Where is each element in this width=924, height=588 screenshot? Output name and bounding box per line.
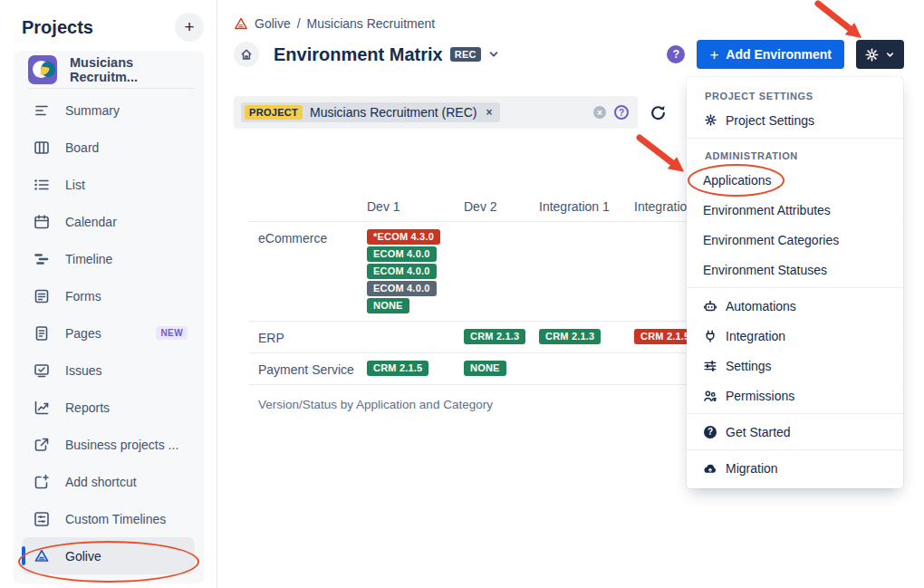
sidebar-item-list[interactable]: List [14,166,204,203]
dashboard-switcher-chevron[interactable] [486,47,501,62]
version-badge[interactable]: CRM 2.1.5 [367,361,428,376]
page-title: Environment Matrix [274,44,443,65]
summary-icon [33,101,51,120]
sidebar: Projects + Musicians Recruitm... Summary [0,0,217,588]
filter-input[interactable]: PROJECT Musicians Recruitment (REC) × × … [234,96,638,129]
project-key-badge: REC [450,47,481,62]
add-project-button[interactable]: + [175,13,204,42]
menu-item-permissions[interactable]: Permissions [687,381,903,410]
divider [687,138,903,139]
project-name: Musicians Recruitm... [70,55,195,84]
version-badge[interactable]: CRM 2.1.3 [464,329,525,344]
sliders-icon [703,359,717,373]
filter-help-icon[interactable]: ? [614,105,629,120]
add-environment-button[interactable]: + Add Environment [697,40,844,69]
sidebar-item-board[interactable]: Board [14,129,204,166]
version-badge[interactable]: ECOM 4.0.0 [367,281,437,296]
chip-remove-icon[interactable]: × [486,106,492,119]
app-root: Projects + Musicians Recruitm... Summary [0,0,924,588]
timeline-icon [33,250,51,268]
golive-icon [33,547,51,565]
sidebar-item-issues[interactable]: Issues [14,352,204,389]
sidebar-item-label: Calendar [65,215,117,229]
forms-icon [33,287,51,305]
project-nav: Summary Board List [14,92,204,574]
question-icon: ? [673,48,679,61]
board-icon [33,139,51,157]
chevron-down-icon [884,49,896,61]
menu-item-integration[interactable]: Integration [687,321,903,351]
home-button[interactable] [234,42,259,67]
divider [687,413,903,414]
menu-item-migration[interactable]: Migration [687,453,903,483]
settings-dropdown-menu: PROJECT SETTINGS Project Settings ADMINI… [687,77,903,488]
menu-item-settings[interactable]: Settings [687,351,903,381]
sidebar-item-pages[interactable]: Pages NEW [14,314,204,352]
row-label: Payment Service [249,361,367,377]
version-badge[interactable]: CRM 2.1.3 [539,329,601,344]
chevron-down-icon [486,47,501,62]
menu-item-get-started[interactable]: ? Get Started [687,417,903,447]
sidebar-item-reports[interactable]: Reports [14,389,204,426]
refresh-icon [650,104,667,121]
sidebar-item-label: Issues [65,363,101,378]
menu-item-automations[interactable]: Automations [687,291,903,321]
menu-item-environment-attributes[interactable]: Environment Attributes [687,195,903,225]
page-header: Environment Matrix REC ? + Add Environme… [217,31,924,69]
sidebar-item-summary[interactable]: Summary [14,92,204,129]
version-badge[interactable]: ECOM 4.0.0 [367,246,437,262]
project-filter-chip[interactable]: PROJECT Musicians Recruitment (REC) × [241,102,500,122]
chip-type-label: PROJECT [245,105,303,120]
divider [28,88,195,89]
calendar-icon [33,213,51,231]
plug-icon [703,329,717,343]
gear-icon [864,47,880,63]
menu-item-project-settings[interactable]: Project Settings [687,105,903,135]
version-badge[interactable]: *ECOM 4.3.0 [367,229,440,245]
sidebar-item-label: Pages [65,326,101,341]
people-gear-icon [703,389,717,403]
breadcrumb-project[interactable]: Musicians Recruitment [307,16,436,31]
menu-section-project-settings: PROJECT SETTINGS [687,82,903,105]
help-button[interactable]: ? [667,45,685,63]
sidebar-item-business-projects[interactable]: Business projects ... [14,426,204,463]
divider [687,287,903,288]
robot-icon [703,299,717,313]
pages-icon [33,324,51,342]
version-badge[interactable]: NONE [464,361,506,376]
project-switcher[interactable]: Musicians Recruitm... [14,51,204,88]
sidebar-item-label: Custom Timelines [65,512,166,526]
list-icon [33,176,51,194]
sidebar-item-timeline[interactable]: Timeline [14,240,204,277]
menu-item-environment-statuses[interactable]: Environment Statuses [687,255,903,284]
breadcrumb-golive[interactable]: Golive [255,16,291,31]
sidebar-item-label: Business projects ... [65,438,178,452]
sidebar-item-label: Add shortcut [65,475,137,489]
sidebar-item-golive[interactable]: Golive [22,537,195,574]
reports-icon [33,399,51,417]
divider [687,449,903,450]
sidebar-item-label: Timeline [65,252,112,266]
sidebar-item-label: List [65,178,85,192]
settings-menu-button[interactable] [856,40,904,69]
sidebar-item-label: Summary [65,103,120,118]
menu-section-administration: ADMINISTRATION [687,141,903,165]
sidebar-item-custom-timelines[interactable]: Custom Timelines [14,500,204,537]
refresh-button[interactable] [650,104,667,121]
golive-logo-icon [234,16,248,31]
new-badge: NEW [156,326,188,340]
sidebar-item-label: Reports [65,400,110,415]
custom-timelines-icon [33,510,51,528]
breadcrumb: Golive / Musicians Recruitment [217,0,924,31]
version-badge[interactable]: ECOM 4.0.0 [367,264,437,279]
gear-icon [703,113,717,128]
menu-item-applications[interactable]: Applications [687,165,903,195]
clear-filter-icon[interactable]: × [593,106,606,119]
version-badge[interactable]: NONE [367,298,409,313]
project-block: Musicians Recruitm... Summary Board [14,51,204,583]
cloud-upload-icon [703,461,717,476]
menu-item-environment-categories[interactable]: Environment Categories [687,225,903,255]
sidebar-item-calendar[interactable]: Calendar [14,203,204,240]
sidebar-item-add-shortcut[interactable]: Add shortcut [14,463,204,500]
sidebar-item-forms[interactable]: Forms [14,277,204,314]
